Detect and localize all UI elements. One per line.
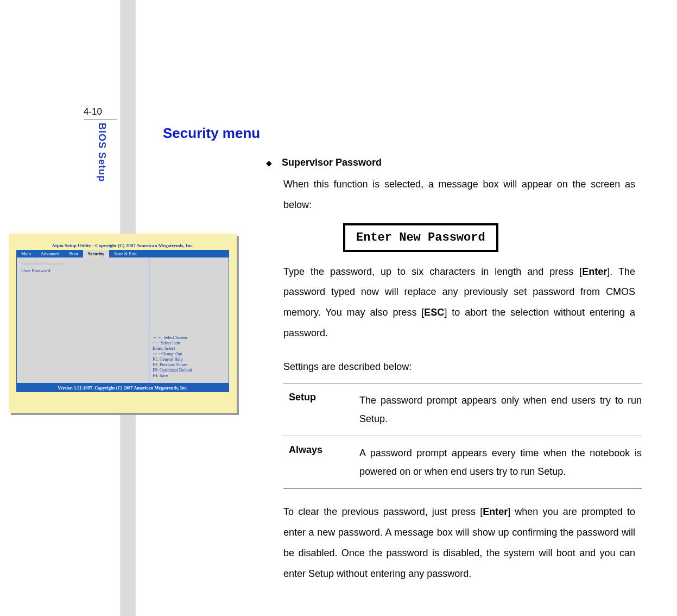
- section-title: Security menu: [163, 125, 635, 142]
- text: ] when you are prompted to enter a new p…: [283, 506, 635, 579]
- page: 4-10 BIOS Setup Atpio Setup Utility - Co…: [0, 0, 677, 616]
- text: To clear the previous password, just pre…: [283, 506, 483, 517]
- settings-label-setup: Setup: [283, 391, 359, 428]
- key-enter: Enter: [483, 506, 508, 517]
- page-number: 4-10: [84, 106, 117, 120]
- text: Type the password, up to six characters …: [283, 266, 582, 277]
- settings-label-always: Always: [283, 444, 359, 481]
- password-prompt-box: Enter New Password: [343, 223, 498, 252]
- settings-row: Always A password prompt appears every t…: [283, 436, 642, 489]
- bios-tab-save-exit[interactable]: Save & Exit: [109, 250, 142, 257]
- paragraph-3: To clear the previous password, just pre…: [283, 502, 635, 584]
- bullet-row: ◆ Supervisor Password: [266, 157, 635, 169]
- bios-tab-security[interactable]: Security: [83, 250, 109, 257]
- bios-left-panel: Supervisor Password User Password: [17, 257, 149, 383]
- settings-desc-always: A password prompt appears every time whe…: [359, 444, 642, 481]
- settings-row: Setup The password prompt appears only w…: [283, 383, 642, 436]
- key-esc: ESC: [424, 307, 444, 318]
- bios-item-user-password[interactable]: User Password: [21, 268, 144, 273]
- settings-desc-setup: The password prompt appears only when en…: [359, 391, 642, 428]
- bullet-icon: ◆: [266, 157, 272, 169]
- bios-tab-advanced[interactable]: Advanced: [36, 250, 64, 257]
- settings-intro: Settings are described below:: [283, 357, 635, 378]
- bios-item-supervisor-password[interactable]: Supervisor Password: [21, 261, 144, 266]
- bullet-block: ◆ Supervisor Password When this function…: [266, 157, 635, 584]
- bios-tab-boot[interactable]: Boot: [64, 250, 83, 257]
- bios-tab-main[interactable]: Main: [16, 250, 36, 257]
- section-label-vertical: BIOS Setup: [96, 123, 107, 182]
- main-content: Security menu ◆ Supervisor Password When…: [163, 125, 635, 584]
- key-enter: Enter: [582, 266, 607, 277]
- paragraph-1: When this function is selected, a messag…: [283, 174, 635, 216]
- paragraph-2: Type the password, up to six characters …: [283, 262, 635, 344]
- settings-table: Setup The password prompt appears only w…: [283, 383, 642, 489]
- bullet-heading: Supervisor Password: [282, 157, 382, 169]
